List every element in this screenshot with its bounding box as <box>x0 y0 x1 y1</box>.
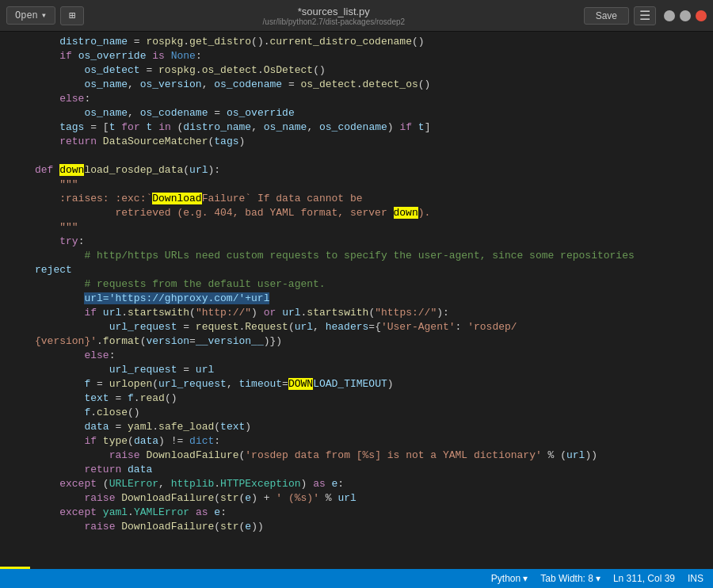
tab-width-arrow: ▾ <box>596 573 601 584</box>
scroll-bar <box>0 567 30 569</box>
line-number <box>0 206 32 220</box>
code-text: else: <box>32 349 115 363</box>
line-number <box>0 463 32 477</box>
code-text: if os_override is None: <box>32 49 202 63</box>
line-number <box>0 149 32 163</box>
table-row: else: <box>0 92 713 106</box>
line-number <box>0 292 32 306</box>
file-path: /usr/lib/python2.7/dist-packages/rosdep2 <box>263 17 406 26</box>
line-number <box>0 334 32 349</box>
table-row: raise DownloadFailure('rosdep data from … <box>0 449 713 463</box>
editor: distro_name = rospkg.get_distro().curren… <box>0 32 713 569</box>
code-text <box>32 149 41 163</box>
table-row: tags = [t for t in (distro_name, os_name… <box>0 120 713 135</box>
maximize-button[interactable] <box>680 10 691 21</box>
code-area[interactable]: distro_name = rospkg.get_distro().curren… <box>0 32 713 569</box>
table-row: return data <box>0 463 713 477</box>
table-row: def download_rosdep_data(url): <box>0 163 713 178</box>
file-icon-button[interactable]: ⊞ <box>60 6 84 25</box>
code-text: raise DownloadFailure(str(e)) <box>32 520 264 534</box>
table-row: except (URLError, httplib.HTTPException)… <box>0 477 713 491</box>
table-row: if os_override is None: <box>0 49 713 63</box>
line-number <box>0 78 32 92</box>
line-number <box>0 192 32 206</box>
code-text: retrieved (e.g. 404, bad YAML format, se… <box>32 206 430 220</box>
table-row: """ <box>0 178 713 192</box>
code-text: raise DownloadFailure(str(e) + ' (%s)' %… <box>32 491 356 506</box>
position-label: Ln 311, Col 39 <box>613 573 675 584</box>
code-text <box>32 534 41 548</box>
code-text: f.close() <box>32 406 140 420</box>
open-button[interactable]: Open ▾ <box>6 6 55 25</box>
table-row: url='https://ghproxy.com/'+url <box>0 292 713 306</box>
code-text: os_detect = rospkg.os_detect.OsDetect() <box>32 63 326 78</box>
code-text: else: <box>32 92 90 106</box>
table-row: os_name, os_version, os_codename = os_de… <box>0 78 713 92</box>
table-row <box>0 534 713 548</box>
code-text: if type(data) != dict: <box>32 434 220 449</box>
table-row: raise DownloadFailure(str(e)) <box>0 520 713 534</box>
table-row: reject <box>0 263 713 277</box>
table-row: retrieved (e.g. 404, bad YAML format, se… <box>0 206 713 220</box>
line-number <box>0 491 32 506</box>
table-row: try: <box>0 235 713 249</box>
code-text: try: <box>32 235 84 249</box>
code-text: except yaml.YAMLError as e: <box>32 506 227 520</box>
code-text: if url.startswith("http://") or url.star… <box>32 306 449 320</box>
language-selector[interactable]: Python ▾ <box>491 573 528 584</box>
open-label: Open <box>15 10 38 21</box>
line-number <box>0 449 32 463</box>
line-number <box>0 35 32 49</box>
line-number <box>0 506 32 520</box>
insert-mode[interactable]: INS <box>688 573 703 584</box>
table-row: except yaml.YAMLError as e: <box>0 506 713 520</box>
code-text: except (URLError, httplib.HTTPException)… <box>32 477 344 491</box>
code-text: reject <box>32 263 72 277</box>
tab-width-selector[interactable]: Tab Width: 8 ▾ <box>540 573 601 584</box>
line-number <box>0 235 32 249</box>
line-number <box>0 377 32 391</box>
statusbar: Python ▾ Tab Width: 8 ▾ Ln 311, Col 39 I… <box>0 569 713 588</box>
code-text: return data <box>32 463 152 477</box>
line-number <box>0 363 32 377</box>
open-dropdown-icon: ▾ <box>41 10 47 21</box>
line-number <box>0 249 32 263</box>
code-text: def download_rosdep_data(url): <box>32 163 220 178</box>
line-number <box>0 420 32 434</box>
line-number <box>0 92 32 106</box>
code-text: {version}'.format(version=__version__)}) <box>32 334 282 349</box>
table-row: url_request = request.Request(url, heade… <box>0 320 713 334</box>
code-text: # http/https URLs need custom requests t… <box>32 249 635 263</box>
line-number <box>0 277 32 292</box>
table-row: text = f.read() <box>0 391 713 406</box>
menu-button[interactable]: ☰ <box>634 6 656 25</box>
table-row: data = yaml.safe_load(text) <box>0 420 713 434</box>
table-row: """ <box>0 220 713 235</box>
code-text: url_request = url <box>32 363 214 377</box>
table-row: # http/https URLs need custom requests t… <box>0 249 713 263</box>
table-row: {version}'.format(version=__version__)}) <box>0 334 713 349</box>
code-text: os_name, os_codename = os_override <box>32 106 295 120</box>
close-button[interactable] <box>696 10 707 21</box>
line-number <box>0 106 32 120</box>
code-text: f = urlopen(url_request, timeout=DOWNLOA… <box>32 377 394 391</box>
titlebar-left: Open ▾ ⊞ <box>6 6 84 25</box>
table-row: f.close() <box>0 406 713 420</box>
code-text: os_name, os_version, os_codename = os_de… <box>32 78 430 92</box>
cursor-position[interactable]: Ln 311, Col 39 <box>613 573 675 584</box>
table-row: raise DownloadFailure(str(e) + ' (%s)' %… <box>0 491 713 506</box>
line-number <box>0 391 32 406</box>
line-number <box>0 120 32 135</box>
save-button[interactable]: Save <box>584 7 629 25</box>
line-number <box>0 135 32 149</box>
table-row: distro_name = rospkg.get_distro().curren… <box>0 35 713 49</box>
titlebar-center: *sources_list.py /usr/lib/python2.7/dist… <box>263 6 406 26</box>
table-row: :raises: :exc:`DownloadFailure` If data … <box>0 192 713 206</box>
table-row: url_request = url <box>0 363 713 377</box>
table-row: # requests from the default user-agent. <box>0 277 713 292</box>
line-number <box>0 406 32 420</box>
table-row <box>0 149 713 163</box>
insert-mode-label: INS <box>688 573 703 584</box>
table-row: f = urlopen(url_request, timeout=DOWNLOA… <box>0 377 713 391</box>
minimize-button[interactable] <box>664 10 675 21</box>
